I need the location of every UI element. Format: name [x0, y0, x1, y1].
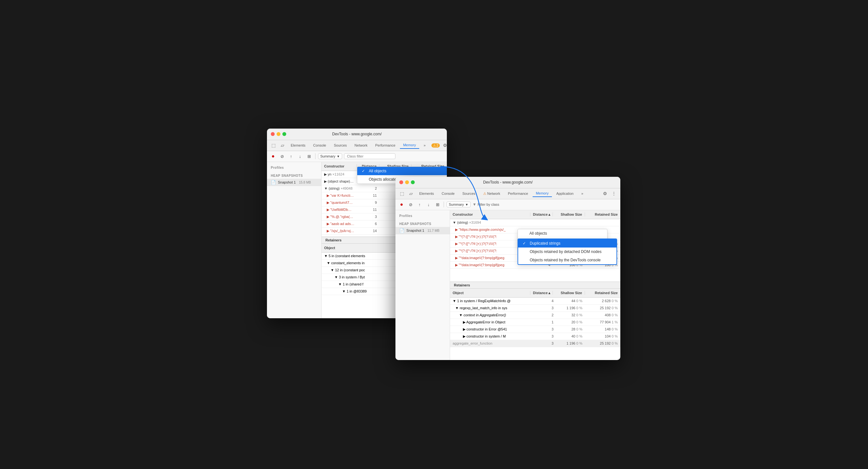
front-device-icon[interactable]: ▱ — [407, 190, 415, 197]
front-tab-more[interactable]: » — [578, 190, 586, 197]
front-rth-retained: Retained Size — [585, 291, 620, 295]
check-icon: ✓ — [523, 241, 528, 245]
front-th-retained: Retained Size — [585, 212, 620, 216]
front-tab-application[interactable]: Application — [553, 190, 577, 197]
back-tab-memory[interactable]: Memory — [400, 142, 419, 149]
scene: DevTools - www.google.com/ ⬚ ▱ Elements … — [257, 119, 611, 350]
check-icon: ✓ — [362, 169, 367, 173]
back-heap-snapshots-label: HEAP SNAPSHOTS — [267, 173, 321, 179]
front-table-header: Constructor Distance▲ Shallow Size Retai… — [450, 210, 620, 219]
front-minimize-button[interactable] — [405, 180, 409, 184]
back-download-btn[interactable]: ↓ — [297, 153, 304, 160]
front-record-btn[interactable]: ● — [398, 201, 405, 208]
td-constructor: ▶ yn ×11624 — [321, 172, 357, 176]
front-filter-badge[interactable]: ▼ Filter by class — [472, 202, 499, 207]
back-inspector-icon[interactable]: ⬚ — [270, 141, 277, 149]
front-inspector-icon[interactable]: ⬚ — [398, 190, 406, 197]
front-profiles-label: Profiles — [396, 213, 450, 219]
front-summary-select[interactable]: Summary ▼ — [446, 202, 471, 207]
back-dt-tabs: ⬚ ▱ Elements Console Sources Network Per… — [267, 140, 447, 151]
back-tab-console[interactable]: Console — [310, 142, 329, 148]
front-clear-btn[interactable]: ⊘ — [407, 201, 414, 208]
back-memory-toolbar: ● ⊘ ↑ ↓ ⊞ Summary ▼ — [267, 151, 447, 162]
retainer-row[interactable]: ▶ AggregateError in Object 1 20 0 % 77 9… — [450, 319, 620, 326]
back-summary-select[interactable]: Summary ▼ — [318, 153, 342, 159]
front-close-button[interactable] — [399, 180, 403, 184]
front-th-shallow: Shallow Size — [553, 212, 585, 216]
front-filter-dropdown: ✓ Duplicated strings Objects retained by… — [518, 238, 617, 265]
back-title-bar: DevTools - www.google.com/ — [267, 128, 447, 140]
front-tab-performance[interactable]: Performance — [505, 190, 531, 197]
front-compare-btn[interactable]: ⊞ — [434, 201, 441, 208]
front-memory-toolbar: ● ⊘ ↑ ↓ ⊞ Summary ▼ ▼ Filter by class — [396, 199, 620, 210]
back-snapshot1-item[interactable]: 📄 Snapshot 1 15.8 MB — [267, 179, 321, 186]
back-settings-icon[interactable]: ⚙ — [441, 141, 447, 149]
front-filter-dropdown-detached[interactable]: Objects retained by detached DOM nodes — [518, 247, 617, 256]
front-more-icon[interactable]: ⋮ — [610, 190, 618, 197]
front-title-bar: DevTools - www.google.com/ — [396, 177, 620, 188]
front-rth-object: Object — [450, 291, 530, 295]
front-rth-distance: Distance▲ — [530, 291, 553, 295]
front-heap-snapshots-label: HEAP SNAPSHOTS — [396, 221, 450, 227]
back-clear-btn[interactable]: ⊘ — [279, 153, 286, 160]
front-filter-dropdown-duplicated[interactable]: ✓ Duplicated strings — [518, 239, 617, 247]
back-tab-performance[interactable]: Performance — [372, 142, 399, 148]
front-filter-dropdown-console[interactable]: Objects retained by the DevTools console — [518, 256, 617, 264]
front-tab-network[interactable]: ⚠Network — [480, 190, 503, 197]
retainer-row[interactable]: ▼ 1 in system / RegExpMatchInfo @ 4 44 0… — [450, 298, 620, 305]
back-compare-btn[interactable]: ⊞ — [306, 153, 313, 160]
front-th-distance: Distance▲ — [530, 212, 553, 216]
retainer-row[interactable]: ▼ context in AggregateError() 2 32 0 % 4… — [450, 312, 620, 319]
front-retainer-table-header: Object Distance▲ Shallow Size Retained S… — [450, 289, 620, 298]
back-upload-btn[interactable]: ↑ — [287, 153, 294, 160]
front-rth-shallow: Shallow Size — [553, 291, 585, 295]
back-th-constructor: Constructor — [321, 164, 357, 168]
back-device-icon[interactable]: ▱ — [279, 141, 286, 149]
front-traffic-lights — [399, 180, 415, 184]
front-th-constructor: Constructor — [450, 212, 530, 216]
front-settings-icon[interactable]: ⚙ — [601, 190, 609, 197]
back-record-btn[interactable]: ● — [270, 153, 277, 160]
front-download-btn[interactable]: ↓ — [425, 201, 432, 208]
front-tab-elements[interactable]: Elements — [416, 190, 437, 197]
back-warning-badge: ⚠2 — [431, 143, 440, 148]
back-tab-sources[interactable]: Sources — [331, 142, 350, 148]
retainer-row[interactable]: ▼ regexp_last_match_info in sys 3 1 196 … — [450, 305, 620, 312]
back-tab-more[interactable]: » — [421, 142, 429, 148]
front-main-area: Profiles HEAP SNAPSHOTS 📄 Snapshot 1 11.… — [396, 210, 620, 360]
back-class-filter-input[interactable] — [344, 153, 396, 159]
back-zoom-button[interactable] — [282, 132, 286, 136]
back-close-button[interactable] — [271, 132, 275, 136]
front-retainers-header: Retainers — [450, 282, 620, 289]
front-table-area: Constructor Distance▲ Shallow Size Retai… — [450, 210, 620, 360]
back-sidebar: Profiles HEAP SNAPSHOTS 📄 Snapshot 1 15.… — [267, 162, 321, 318]
front-zoom-button[interactable] — [411, 180, 415, 184]
front-dt-tabs: ⬚ ▱ Elements Console Sources ⚠Network Pe… — [396, 188, 620, 199]
back-dropdown-item-allobjects[interactable]: ✓ All objects — [357, 167, 447, 175]
front-snapshot-icon: 📄 — [399, 228, 404, 233]
front-sidebar: Profiles HEAP SNAPSHOTS 📄 Snapshot 1 11.… — [396, 210, 450, 360]
filter-icon: ▼ — [472, 202, 476, 207]
front-tab-sources[interactable]: Sources — [459, 190, 478, 197]
retainer-row[interactable]: ▶ constructor in system / M 3 40 0 % 104… — [450, 333, 620, 340]
back-tab-elements[interactable]: Elements — [287, 142, 309, 148]
back-snapshot-icon: 📄 — [271, 180, 276, 185]
back-traffic-lights — [271, 132, 286, 136]
front-tab-console[interactable]: Console — [438, 190, 458, 197]
front-tab-memory[interactable]: Memory — [533, 190, 552, 197]
front-upload-btn[interactable]: ↑ — [416, 201, 423, 208]
table-row[interactable]: ▼ (string) ×31694 — [450, 219, 620, 226]
back-tab-network[interactable]: Network — [351, 142, 371, 148]
front-retainer-body: ▼ 1 in system / RegExpMatchInfo @ 4 44 0… — [450, 298, 620, 360]
front-window-title: DevTools - www.google.com/ — [483, 180, 533, 184]
retainer-row[interactable]: aggregate_error_function 3 1 196 0 % 25 … — [450, 340, 620, 347]
back-profiles-label: Profiles — [267, 165, 321, 171]
front-devtools-window: DevTools - www.google.com/ ⬚ ▱ Elements … — [396, 177, 620, 360]
front-dropdown-item-allobjects[interactable]: All objects — [518, 229, 607, 238]
retainer-row[interactable]: ▶ constructor in Error @541 3 28 0 % 148… — [450, 326, 620, 333]
back-window-title: DevTools - www.google.com/ — [332, 132, 382, 136]
back-minimize-button[interactable] — [277, 132, 280, 136]
front-snapshot1-item[interactable]: 📄 Snapshot 1 11.7 MB — [396, 227, 450, 234]
